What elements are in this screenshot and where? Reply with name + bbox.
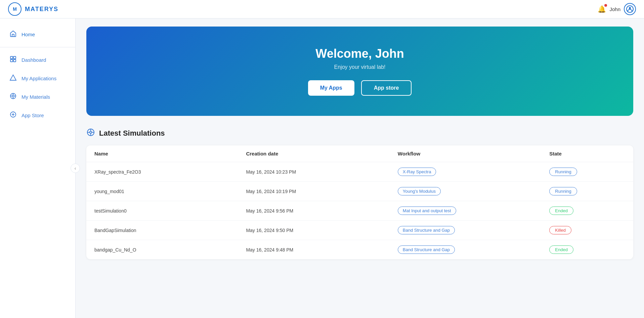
table-row[interactable]: XRay_spectra_Fe2O3 May 16, 2024 10:23 PM… (86, 162, 633, 182)
sidebar-item-home-label: Home (22, 32, 35, 37)
hero-buttons: My Apps App store (100, 80, 620, 96)
cell-state: Running (549, 187, 625, 195)
state-badge: Ended (549, 207, 573, 215)
cell-date: May 16, 2024 10:19 PM (246, 189, 397, 194)
hero-title: Welcome, John (100, 47, 620, 61)
home-icon (9, 30, 17, 39)
svg-marker-7 (10, 75, 16, 80)
app-store-icon (9, 111, 17, 120)
table-row[interactable]: young_mod01 May 16, 2024 10:19 PM Young'… (86, 182, 633, 201)
logo-initials: M (13, 6, 17, 12)
cell-workflow: Young's Modulus (398, 187, 549, 195)
dashboard-icon (9, 55, 17, 64)
cell-state: Running (549, 168, 625, 176)
cell-name: testSimulation0 (94, 208, 246, 214)
cell-workflow: Band Structure and Gap (398, 226, 549, 234)
cell-date: May 16, 2024 10:23 PM (246, 169, 397, 175)
top-header: M MATERYS 🔔 John (0, 0, 644, 18)
main-layout: Home Dashboard My Applications My Materi… (0, 18, 644, 318)
cell-state: Killed (549, 226, 625, 234)
state-badge: Ended (549, 245, 573, 254)
sidebar-item-my-applications[interactable]: My Applications (0, 69, 75, 88)
col-name: Name (94, 151, 246, 156)
table-body: XRay_spectra_Fe2O3 May 16, 2024 10:23 PM… (86, 162, 633, 259)
user-name: John (609, 6, 620, 12)
section-title: Latest Simulations (99, 129, 165, 138)
sidebar-item-my-materials-label: My Materials (22, 94, 50, 100)
cell-name: young_mod01 (94, 189, 246, 194)
svg-point-1 (629, 7, 631, 9)
cell-state: Ended (549, 207, 625, 215)
logo-text: MATERYS (25, 6, 58, 13)
hero-subtitle: Enjoy your virtual lab! (100, 64, 620, 70)
section-header: Latest Simulations (86, 128, 633, 139)
workflow-badge: Mat Input and output test (398, 207, 456, 215)
collapse-icon: ‹ (75, 166, 76, 171)
sidebar-item-my-materials[interactable]: My Materials (0, 88, 75, 106)
materials-icon (9, 92, 17, 101)
table-row[interactable]: bandgap_Cu_Nd_O May 16, 2024 9:48 PM Ban… (86, 240, 633, 259)
state-badge: Running (549, 168, 577, 176)
cell-state: Ended (549, 245, 625, 254)
sidebar-item-dashboard[interactable]: Dashboard (0, 51, 75, 69)
cell-date: May 16, 2024 9:56 PM (246, 208, 397, 214)
cell-workflow: Mat Input and output test (398, 207, 549, 215)
sidebar-item-app-store[interactable]: App Store (0, 106, 75, 125)
user-area: 🔔 John (598, 3, 636, 15)
user-avatar[interactable] (624, 3, 636, 15)
app-store-button[interactable]: App store (361, 80, 412, 96)
logo-circle: M (8, 2, 22, 16)
sidebar-item-my-applications-label: My Applications (22, 76, 56, 81)
cell-workflow: X-Ray Spectra (398, 168, 549, 176)
sidebar-item-home[interactable]: Home (0, 25, 75, 44)
workflow-badge: Young's Modulus (398, 187, 441, 195)
svg-rect-4 (13, 56, 16, 59)
workflow-badge: X-Ray Spectra (398, 168, 436, 176)
cell-name: XRay_spectra_Fe2O3 (94, 169, 246, 175)
svg-point-18 (90, 131, 92, 133)
svg-rect-6 (13, 59, 16, 62)
cell-date: May 16, 2024 9:48 PM (246, 247, 397, 253)
table-row[interactable]: testSimulation0 May 16, 2024 9:56 PM Mat… (86, 201, 633, 221)
simulations-section-icon (86, 128, 95, 139)
workflow-badge: Band Structure and Gap (398, 245, 455, 254)
svg-rect-3 (10, 56, 13, 59)
sidebar-item-dashboard-label: Dashboard (22, 57, 46, 63)
sidebar-collapse-button[interactable]: ‹ (71, 164, 80, 173)
state-badge: Killed (549, 226, 571, 234)
svg-point-9 (12, 95, 14, 97)
svg-rect-5 (10, 59, 13, 62)
simulations-table: Name Creation date Workflow State XRay_s… (86, 145, 633, 259)
table-row[interactable]: BandGapSimulation May 16, 2024 9:50 PM B… (86, 221, 633, 240)
sidebar: Home Dashboard My Applications My Materi… (0, 18, 76, 318)
notification-badge (604, 4, 607, 7)
cell-name: BandGapSimulation (94, 228, 246, 233)
hero-banner: Welcome, John Enjoy your virtual lab! My… (86, 27, 633, 116)
sidebar-divider-1 (0, 47, 75, 47)
logo-area: M MATERYS (8, 2, 58, 16)
my-apps-button[interactable]: My Apps (308, 80, 354, 96)
notification-icon[interactable]: 🔔 (598, 5, 606, 13)
sidebar-item-app-store-label: App Store (22, 112, 44, 118)
svg-rect-2 (12, 34, 14, 37)
state-badge: Running (549, 187, 577, 195)
cell-date: May 16, 2024 9:50 PM (246, 228, 397, 233)
col-creation-date: Creation date (246, 151, 397, 156)
applications-icon (9, 74, 17, 83)
workflow-badge: Band Structure and Gap (398, 226, 455, 234)
col-workflow: Workflow (398, 151, 549, 156)
cell-name: bandgap_Cu_Nd_O (94, 247, 246, 253)
table-header: Name Creation date Workflow State (86, 145, 633, 162)
content-area: Welcome, John Enjoy your virtual lab! My… (76, 18, 644, 318)
cell-workflow: Band Structure and Gap (398, 245, 549, 254)
col-state: State (549, 151, 625, 156)
